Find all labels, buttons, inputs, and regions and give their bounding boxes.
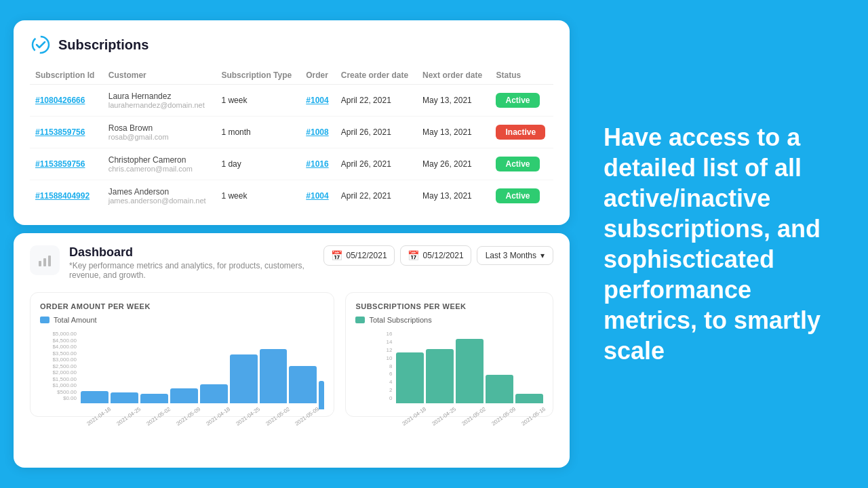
bar-group: 2021-05-16 <box>515 394 543 412</box>
order-chart-title: ORDER AMOUNT PER WEEK <box>40 302 324 310</box>
subscriptions-header: Subscriptions <box>30 34 553 56</box>
order-link[interactable]: #1008 <box>300 117 335 148</box>
subs-y-axis: 1614121086420 <box>355 331 395 401</box>
order-bars: 2021-04-18 2021-04-25 2021-05-02 2021-05… <box>40 331 324 412</box>
col-next-date: Next order date <box>417 66 490 85</box>
range-selector[interactable]: Last 3 Months ▾ <box>477 246 553 265</box>
bar-group: 2021-04-18 <box>200 384 228 412</box>
order-link[interactable]: #1004 <box>300 180 335 212</box>
bar <box>81 391 108 403</box>
order-amount-chart: ORDER AMOUNT PER WEEK Total Amount $5,00… <box>30 292 334 417</box>
customer-cell: Rosa Brown rosab@gmail.com <box>103 117 216 148</box>
bar-label: 2021-05-02 <box>264 406 291 427</box>
bar-chart-icon <box>37 252 53 268</box>
customer-cell: Christopher Cameron chris.cameron@mail.c… <box>103 148 216 180</box>
y-axis-label: 4 <box>355 379 395 385</box>
bar-group: 2021-05-09 <box>486 375 513 412</box>
bar-label: 2021-05-16 <box>520 406 547 427</box>
col-create-date: Create order date <box>336 66 417 85</box>
bar <box>170 388 198 403</box>
page-title: Subscriptions <box>58 37 149 53</box>
bar <box>260 349 288 403</box>
create-date: April 26, 2021 <box>336 117 417 148</box>
sub-id[interactable]: #11588404992 <box>30 180 103 212</box>
promo-text: Have access to a detailed list of all ac… <box>604 122 848 366</box>
sub-id[interactable]: #1153859756 <box>30 117 103 148</box>
col-customer: Customer <box>103 66 216 85</box>
sub-type: 1 month <box>216 117 300 148</box>
y-axis-label: $500.00 <box>40 389 79 395</box>
svg-rect-1 <box>39 261 41 266</box>
bar-label: 2021-05-02 <box>145 406 172 427</box>
y-axis-label: 12 <box>355 347 395 353</box>
bar <box>200 384 228 403</box>
dashboard-controls: 📅 05/12/2021 📅 05/12/2021 Last 3 Months … <box>323 245 554 266</box>
bar-label: 2021-05-02 <box>461 406 488 427</box>
bar-label: 2021-05-09 <box>294 406 321 427</box>
bar-label: 2021-04-25 <box>431 406 458 427</box>
create-date: April 22, 2021 <box>336 85 417 117</box>
y-axis-label: 8 <box>355 363 395 369</box>
order-y-axis: $5,000.00$4,500.00$4,000.00$3,500.00$3,0… <box>40 331 79 401</box>
order-link[interactable]: #1004 <box>300 85 335 117</box>
bar-label: 2021-04-18 <box>401 406 428 427</box>
sub-id[interactable]: #1153859756 <box>30 148 103 180</box>
y-axis-label: $3,500.00 <box>40 350 79 357</box>
status-badge: Active <box>490 85 553 117</box>
date-from-value: 05/12/2021 <box>347 251 387 260</box>
dashboard-text: Dashboard *Key performance metrics and a… <box>69 245 314 280</box>
calendar-icon-from: 📅 <box>331 250 342 261</box>
date-to-value: 05/12/2021 <box>423 251 464 260</box>
status-badge: Active <box>490 148 553 180</box>
bar-label: 2021-04-18 <box>85 406 112 427</box>
customer-cell: Laura Hernandez laurahernandez@domain.ne… <box>103 85 216 117</box>
status-badge: Active <box>490 180 553 212</box>
y-axis-label: 0 <box>355 395 395 401</box>
date-from-picker[interactable]: 📅 05/12/2021 <box>323 245 395 266</box>
bar <box>486 375 513 403</box>
bar-group: 2021-04-18 <box>396 352 424 412</box>
subs-chart-title: SUBSCRIPTIONS PER WEEK <box>355 302 543 310</box>
y-axis-label: $4,000.00 <box>40 344 79 350</box>
customer-cell: James Anderson james.anderson@domain.net <box>103 180 216 212</box>
bar-label: 2021-05-09 <box>175 406 201 427</box>
y-axis-label: 6 <box>355 371 395 377</box>
bar-group: 2021-04-25 <box>426 349 454 412</box>
y-axis-label: $2,500.00 <box>40 363 79 369</box>
sub-type: 1 week <box>216 85 300 117</box>
next-date: May 13, 2021 <box>417 117 490 148</box>
col-status: Status <box>490 66 553 85</box>
bar-group: 2021-04-18 <box>81 391 108 412</box>
svg-rect-3 <box>48 256 51 266</box>
calendar-icon-to: 📅 <box>408 250 419 261</box>
y-axis-label: $5,000.00 <box>40 331 79 337</box>
sub-type: 1 day <box>216 148 300 180</box>
table-row: #1153859756 Christopher Cameron chris.ca… <box>30 148 553 180</box>
dashboard-header: Dashboard *Key performance metrics and a… <box>30 245 553 280</box>
next-date: May 13, 2021 <box>417 180 490 212</box>
bar-label: 2021-05-09 <box>491 406 517 427</box>
bar <box>426 349 454 403</box>
col-subscription-id: Subscription Id <box>30 66 103 85</box>
svg-point-0 <box>33 37 49 53</box>
bar-label: 2021-04-25 <box>235 406 261 427</box>
y-axis-label: $2,000.00 <box>40 369 79 375</box>
y-axis-label: $4,500.00 <box>40 338 79 344</box>
dashboard-subtitle: *Key performance metrics and analytics, … <box>69 261 314 280</box>
col-order: Order <box>300 66 335 85</box>
order-link[interactable]: #1016 <box>300 148 335 180</box>
y-axis-label: 2 <box>355 387 395 393</box>
date-to-picker[interactable]: 📅 05/12/2021 <box>400 245 471 266</box>
sub-id[interactable]: #1080426666 <box>30 85 103 117</box>
create-date: April 26, 2021 <box>336 148 417 180</box>
order-legend-label: Total Amount <box>54 316 97 324</box>
order-chart-area: $5,000.00$4,500.00$4,000.00$3,500.00$3,0… <box>40 331 324 412</box>
status-badge: Inactive <box>490 117 553 148</box>
bar <box>515 394 543 403</box>
subs-chart-legend: Total Subscriptions <box>355 316 543 324</box>
subscriptions-card: Subscriptions Subscription Id Customer S… <box>14 20 570 225</box>
bar-group: 2021-05-02 <box>260 349 288 412</box>
bar-label: 2021-04-18 <box>205 406 231 427</box>
bar <box>111 392 138 403</box>
dashboard-icon-box <box>30 245 60 275</box>
